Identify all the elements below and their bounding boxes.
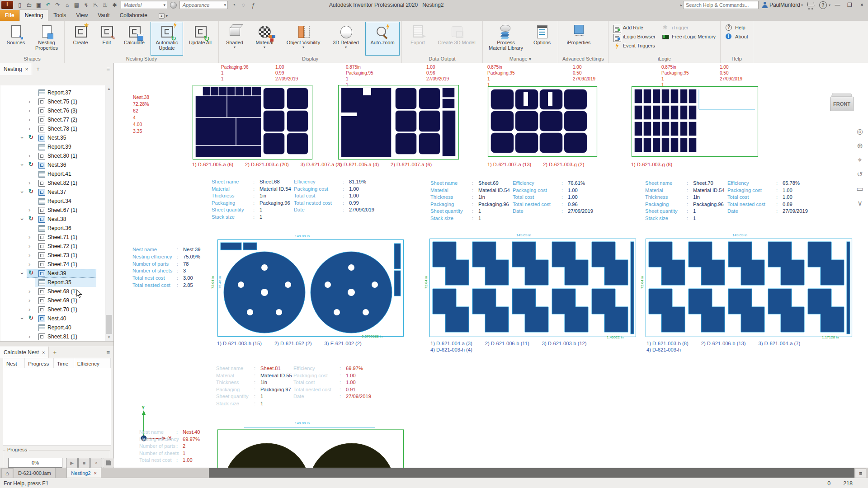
tree-item-sheet751[interactable]: ›Sheet.75 (1) [0, 97, 113, 106]
orbit-icon[interactable]: ↺ [857, 170, 863, 178]
tree-item-sheet691[interactable]: ›Sheet.69 (1) [0, 296, 113, 305]
material-button[interactable]: Material▾ [250, 22, 279, 56]
save-icon[interactable]: ▣ [34, 1, 43, 9]
tree-item-sheet781[interactable]: ›Sheet.78 (1) [0, 124, 113, 133]
tree-item-nest40[interactable]: ›Nest.40 [0, 314, 113, 323]
chevron-expanded-icon[interactable]: › [18, 218, 27, 220]
edit-button[interactable]: ✎Edit [95, 22, 118, 56]
chevron-collapsed-icon[interactable]: › [28, 305, 30, 314]
scrollbar-thumb[interactable] [106, 315, 112, 335]
chevron-collapsed-icon[interactable]: › [28, 151, 30, 160]
close-icon[interactable]: × [42, 350, 45, 355]
chevron-collapsed-icon[interactable]: › [28, 260, 30, 269]
options-button[interactable]: Options [528, 22, 556, 56]
tree-item-sheet731[interactable]: ›Sheet.73 (1) [0, 251, 113, 260]
ribbon-tab-view[interactable]: View [71, 10, 93, 21]
help-button[interactable]: Help [722, 23, 751, 32]
document-tab-d621000iam[interactable]: D-621-000.iam [14, 468, 56, 478]
nest37-sheet-preview[interactable] [487, 86, 598, 158]
appearance-add-icon[interactable]: ◔ [229, 1, 239, 9]
chevron-collapsed-icon[interactable]: › [28, 332, 30, 341]
graphics-canvas[interactable]: FRONT ◎⊕⌖↺▭∨ Y X Packaging.96111.000.992… [114, 63, 868, 468]
nest36-sheet-preview[interactable] [631, 86, 759, 158]
user-name[interactable]: PaulMunford [769, 2, 800, 8]
close-icon[interactable]: × [94, 470, 97, 476]
chevron-expanded-icon[interactable]: › [18, 318, 27, 319]
material-combo[interactable]: Material ▾ [121, 1, 167, 9]
close-button[interactable]: × [856, 0, 868, 10]
shaded-button[interactable]: Shaded▾ [221, 22, 249, 56]
nest38-sheet-1-preview[interactable] [192, 84, 313, 160]
chevron-collapsed-icon[interactable]: › [28, 124, 30, 133]
tree-item-sheet741[interactable]: ›Sheet.74 (1) [0, 260, 113, 269]
panel-menu-icon[interactable]: ≡ [103, 66, 113, 72]
chevron-expanded-icon[interactable]: › [18, 272, 27, 274]
chevron-collapsed-icon[interactable]: › [28, 296, 30, 305]
calc-column-progress[interactable]: Progress [25, 358, 54, 369]
tree-item-sheet711[interactable]: ›Sheet.71 (1) [0, 233, 113, 242]
tree-item-report40[interactable]: Report.40 [0, 323, 113, 332]
tree-item-report39[interactable]: Report.39 [0, 142, 113, 151]
chevron-collapsed-icon[interactable]: › [28, 251, 30, 260]
calculate-button[interactable]: Calculate [119, 22, 150, 56]
sketch-icon[interactable]: ▤ [72, 1, 81, 9]
process-material-library-button[interactable]: Process Material Library [485, 22, 527, 56]
tree-item-sheet821[interactable]: ›Sheet.82 (1) [0, 178, 113, 188]
nest38-sheet-2-preview[interactable] [338, 84, 459, 160]
add-panel-tab-button[interactable]: + [49, 349, 61, 356]
create-button[interactable]: ★Create [66, 22, 94, 56]
calc-column-time[interactable]: Time [54, 358, 74, 369]
browser-tab-nesting[interactable]: Nesting × [0, 63, 32, 75]
chevron-collapsed-icon[interactable]: › [28, 115, 30, 124]
ribbon-group-label-manage[interactable]: Manage ▾ [483, 56, 557, 63]
3d-detailed-button[interactable]: 3D Detailed▾ [327, 22, 364, 56]
calc-column-nest[interactable]: Nest [3, 358, 25, 369]
update-all-button[interactable]: ↻Update All [184, 22, 217, 56]
chevron-collapsed-icon[interactable]: › [28, 97, 30, 106]
tree-item-report34[interactable]: Report.34 [0, 197, 113, 206]
collapse-search-icon[interactable]: ▸ [680, 3, 682, 7]
event-triggers-button[interactable]: Event Triggers [610, 41, 659, 50]
tree-item-nest39[interactable]: ›Nest.39 [0, 269, 113, 278]
tree-item-nest37[interactable]: ›Nest.37 [0, 188, 113, 197]
tree-item-nest36[interactable]: ›Nest.36 [0, 160, 113, 169]
chevron-collapsed-icon[interactable]: › [28, 287, 30, 296]
automatic-update-button[interactable]: ↻Automatic Update [151, 22, 183, 56]
tree-item-sheet721[interactable]: ›Sheet.72 (1) [0, 242, 113, 251]
ilogic-browser-button[interactable]: iLogic Browser [610, 32, 659, 41]
export-quick-icon[interactable]: ⇱ [91, 1, 100, 9]
inventor-logo-icon[interactable]: I [1, 1, 13, 9]
look-at-icon[interactable]: ▭ [856, 184, 863, 193]
home-icon[interactable]: ⌂ [62, 1, 72, 9]
redo-icon[interactable]: ↷ [53, 1, 62, 9]
tree-item-report35[interactable]: Report.35 [0, 278, 113, 287]
sources-button[interactable]: Sources [2, 22, 30, 56]
tree-item-report36[interactable]: Report.36 [0, 224, 113, 233]
nesting-properties-button[interactable]: Nesting Properties [31, 22, 62, 56]
search-input[interactable] [683, 1, 759, 9]
add-rule-button[interactable]: Add Rule [610, 23, 659, 32]
navigation-wheel-icon[interactable]: ◎ [857, 127, 863, 136]
panel-menu-icon[interactable]: ≡ [103, 349, 113, 356]
tree-item-sheet811[interactable]: ›Sheet.81 (1) [0, 332, 113, 341]
zoom-icon[interactable]: ⌖ [858, 156, 862, 164]
view-cube-front-face[interactable]: FRONT [830, 97, 854, 111]
ribbon-tab-nesting[interactable]: Nesting [19, 9, 49, 21]
tree-item-sheet671[interactable]: ›Sheet.67 (1) [0, 206, 113, 215]
pan-icon[interactable]: ⊕ [857, 141, 863, 150]
fx-icon[interactable]: ƒ [248, 1, 258, 9]
save-result-button[interactable] [103, 458, 114, 468]
ribbon-tab-collaborate[interactable]: Collaborate [115, 10, 152, 21]
chevron-collapsed-icon[interactable]: › [28, 233, 30, 242]
ribbon-tab-file[interactable]: File [0, 10, 19, 21]
chevron-expanded-icon[interactable]: › [18, 164, 27, 166]
store-cart-icon[interactable] [807, 2, 815, 8]
tree-scrollbar[interactable]: ▲ ▼ [105, 85, 113, 341]
tree-item-sheet763[interactable]: ›Sheet.76 (3) [0, 106, 113, 115]
lightning-icon[interactable]: ↯ [81, 1, 91, 9]
cancel-calculation-button[interactable]: × [90, 458, 102, 468]
tree-item-nest35[interactable]: ›Nest.35 [0, 133, 113, 142]
restore-button[interactable]: ❐ [844, 0, 856, 10]
gear-icon[interactable]: ✱ [110, 1, 119, 9]
document-tab-nesting2[interactable]: Nesting2× [66, 468, 101, 478]
